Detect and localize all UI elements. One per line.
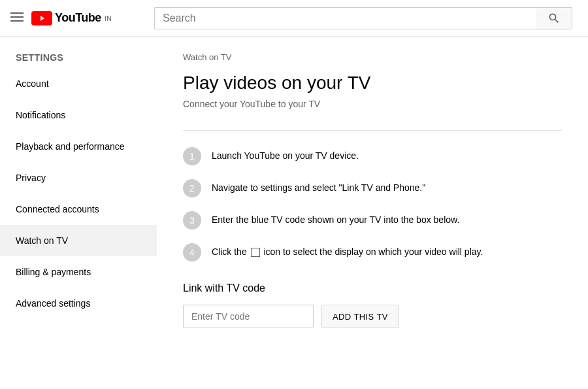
step-4-number: 4 (183, 243, 201, 262)
sidebar-item-account[interactable]: Account (0, 68, 157, 99)
youtube-logo-text: YouTube (55, 11, 101, 25)
step-3-text: Enter the blue TV code shown on your TV … (212, 211, 459, 227)
sidebar-item-billing[interactable]: Billing & payments (0, 256, 157, 288)
sidebar-item-privacy[interactable]: Privacy (0, 162, 157, 194)
search-input[interactable] (154, 7, 536, 29)
main-content: Watch on TV Play videos on your TV Conne… (157, 37, 588, 389)
settings-label: SETTINGS (0, 44, 157, 68)
steps-section: 1 Launch YouTube on your TV device. 2 Na… (183, 146, 562, 262)
link-section-title: Link with TV code (183, 282, 562, 294)
svg-rect-1 (10, 16, 24, 18)
link-section: Link with TV code ADD THIS TV (183, 282, 562, 328)
step-2-number: 2 (183, 179, 201, 197)
step-4-text: Click the icon to select the display on … (212, 243, 483, 259)
search-button[interactable] (536, 7, 572, 29)
header-left: YouTubeIN (10, 11, 154, 25)
youtube-country-label: IN (105, 14, 112, 22)
step-2: 2 Navigate to settings and select "Link … (183, 178, 562, 197)
svg-marker-3 (41, 16, 44, 21)
divider (183, 130, 562, 131)
hamburger-icon[interactable] (10, 11, 24, 25)
step-4: 4 Click the icon to select the display o… (183, 243, 562, 262)
step-2-text: Navigate to settings and select "Link TV… (212, 178, 425, 195)
youtube-logo-icon (31, 11, 52, 25)
step-1: 1 Launch YouTube on your TV device. (183, 146, 562, 165)
svg-rect-2 (10, 20, 24, 22)
logo-area[interactable]: YouTubeIN (31, 11, 112, 25)
svg-rect-0 (10, 12, 24, 14)
breadcrumb: Watch on TV (183, 52, 562, 62)
step-3-number: 3 (183, 211, 201, 229)
step-3: 3 Enter the blue TV code shown on your T… (183, 211, 562, 229)
page-subtitle: Connect your YouTube to your TV (183, 99, 562, 109)
tv-code-input[interactable] (183, 305, 314, 328)
sidebar-item-watch-on-tv[interactable]: Watch on TV (0, 225, 157, 256)
link-row: ADD THIS TV (183, 305, 562, 328)
sidebar: SETTINGS Account Notifications Playback … (0, 37, 157, 389)
tv-icon-inline (251, 248, 260, 257)
step-1-number: 1 (183, 147, 201, 165)
app-body: SETTINGS Account Notifications Playback … (0, 37, 588, 389)
app-header: YouTubeIN (0, 0, 588, 37)
page-title: Play videos on your TV (183, 73, 562, 93)
add-tv-button[interactable]: ADD THIS TV (321, 305, 399, 328)
step-1-text: Launch YouTube on your TV device. (212, 146, 359, 163)
sidebar-item-notifications[interactable]: Notifications (0, 99, 157, 131)
sidebar-item-advanced[interactable]: Advanced settings (0, 288, 157, 319)
search-bar (154, 7, 572, 29)
sidebar-item-playback[interactable]: Playback and performance (0, 131, 157, 162)
sidebar-item-connected-accounts[interactable]: Connected accounts (0, 194, 157, 225)
